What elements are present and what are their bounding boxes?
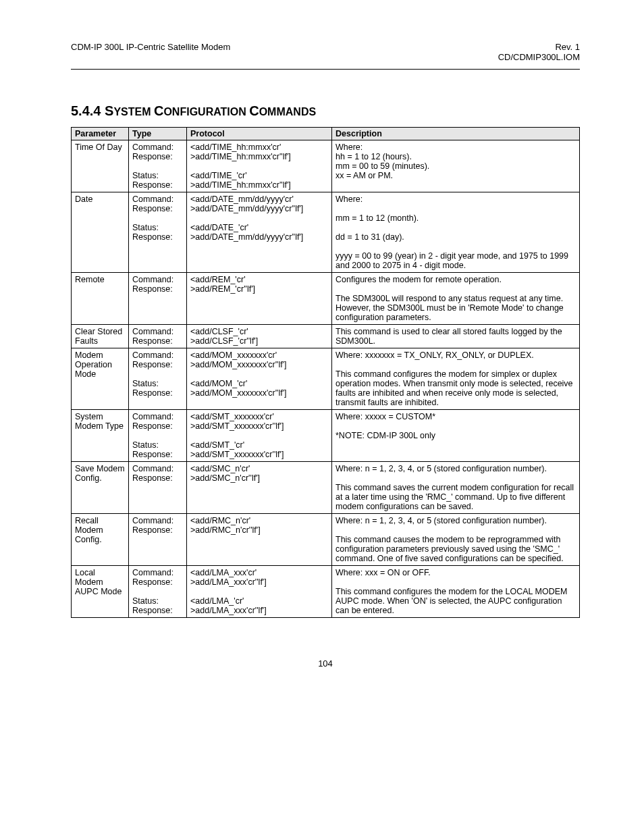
cell-type: Command: Response: xyxy=(129,273,187,325)
section-heading: 5.4.4 SYSTEM CONFIGURATION COMMANDS xyxy=(71,103,580,119)
cell-parameter: Remote xyxy=(72,273,129,325)
cell-protocol: <add/REM_'cr' >add/REM_'cr''lf'] xyxy=(187,273,332,325)
cell-parameter: Recall Modem Config. xyxy=(72,514,129,566)
header-doc: CD/CDMIP300L.IOM xyxy=(498,52,580,62)
th-parameter: Parameter xyxy=(72,128,129,140)
cell-protocol: <add/DATE_mm/dd/yyyy'cr' >add/DATE_mm/dd… xyxy=(187,192,332,273)
table-row: Save Modem Config. Command: Response: <a… xyxy=(72,462,580,514)
cell-description: Where: hh = 1 to 12 (hours). mm = 00 to … xyxy=(332,140,580,192)
cell-type: Command: Response: xyxy=(129,462,187,514)
cell-type: Command: Response: xyxy=(129,514,187,566)
cell-description: Where: mm = 1 to 12 (month). dd = 1 to 3… xyxy=(332,192,580,273)
cell-description: This command is used to clear all stored… xyxy=(332,325,580,348)
cell-parameter: Clear Stored Faults xyxy=(72,325,129,348)
cell-type: Command: Response: Status: Response: xyxy=(129,348,187,410)
table-row: Date Command: Response: Status: Response… xyxy=(72,192,580,273)
cell-description: Where: xxxxx = CUSTOM* *NOTE: CDM-IP 300… xyxy=(332,410,580,462)
cell-parameter: Date xyxy=(72,192,129,273)
table-row: Modem Operation Mode Command: Response: … xyxy=(72,348,580,410)
page: CDM-IP 300L IP-Centric Satellite Modem R… xyxy=(0,0,644,834)
cell-parameter: System Modem Type xyxy=(72,410,129,462)
table-row: Time Of Day Command: Response: Status: R… xyxy=(72,140,580,192)
cell-description: Where: n = 1, 2, 3, 4, or 5 (stored conf… xyxy=(332,514,580,566)
cell-description: Where: n = 1, 2, 3, 4, or 5 (stored conf… xyxy=(332,462,580,514)
cell-description: Where: xxxxxxx = TX_ONLY, RX_ONLY, or DU… xyxy=(332,348,580,410)
page-number: 104 xyxy=(71,658,580,669)
table-header-row: Parameter Type Protocol Description xyxy=(72,128,580,140)
page-header: CDM-IP 300L IP-Centric Satellite Modem R… xyxy=(71,42,580,62)
table-row: Remote Command: Response: <add/REM_'cr' … xyxy=(72,273,580,325)
cell-protocol: <add/SMC_n'cr' >add/SMC_n'cr''lf'] xyxy=(187,462,332,514)
cell-description: Where: xxx = ON or OFF. This command con… xyxy=(332,566,580,618)
table-row: Recall Modem Config. Command: Response: … xyxy=(72,514,580,566)
cell-type: Command: Response: Status: Response: xyxy=(129,410,187,462)
cell-protocol: <add/LMA_xxx'cr' >add/LMA_xxx'cr''lf'] <… xyxy=(187,566,332,618)
cell-type: Command: Response: Status: Response: xyxy=(129,566,187,618)
cell-protocol: <add/TIME_hh:mmxx'cr' >add/TIME_hh:mmxx'… xyxy=(187,140,332,192)
cell-type: Command: Response: Status: Response: xyxy=(129,140,187,192)
cell-protocol: <add/CLSF_'cr' >add/CLSF_'cr''lf'] xyxy=(187,325,332,348)
cell-parameter: Local Modem AUPC Mode xyxy=(72,566,129,618)
header-rule xyxy=(71,69,580,70)
commands-table: Parameter Type Protocol Description Time… xyxy=(71,127,580,618)
cell-protocol: <add/MOM_xxxxxxx'cr' >add/MOM_xxxxxxx'cr… xyxy=(187,348,332,410)
cell-parameter: Modem Operation Mode xyxy=(72,348,129,410)
table-row: Clear Stored Faults Command: Response: <… xyxy=(72,325,580,348)
cell-parameter: Time Of Day xyxy=(72,140,129,192)
header-left: CDM-IP 300L IP-Centric Satellite Modem xyxy=(71,42,230,62)
table-row: System Modem Type Command: Response: Sta… xyxy=(72,410,580,462)
header-right: Rev. 1 CD/CDMIP300L.IOM xyxy=(498,42,580,62)
header-rev: Rev. 1 xyxy=(498,42,580,52)
th-protocol: Protocol xyxy=(187,128,332,140)
cell-protocol: <add/SMT_xxxxxxx'cr' >add/SMT_xxxxxxx'cr… xyxy=(187,410,332,462)
cell-protocol: <add/RMC_n'cr' >add/RMC_n'cr''lf'] xyxy=(187,514,332,566)
th-type: Type xyxy=(129,128,187,140)
cell-parameter: Save Modem Config. xyxy=(72,462,129,514)
cell-type: Command: Response: Status: Response: xyxy=(129,192,187,273)
table-row: Local Modem AUPC Mode Command: Response:… xyxy=(72,566,580,618)
th-description: Description xyxy=(332,128,580,140)
cell-type: Command: Response: xyxy=(129,325,187,348)
cell-description: Configures the modem for remote operatio… xyxy=(332,273,580,325)
